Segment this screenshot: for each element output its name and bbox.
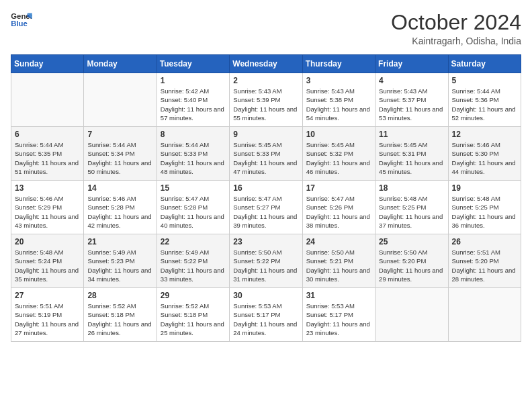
calendar-cell: 17Sunrise: 5:47 AMSunset: 5:26 PMDayligh… [302,181,375,234]
day-detail: Sunrise: 5:52 AMSunset: 5:18 PMDaylight:… [87,302,152,337]
calendar-cell: 31Sunrise: 5:53 AMSunset: 5:17 PMDayligh… [302,288,375,342]
day-detail: Sunrise: 5:51 AMSunset: 5:20 PMDaylight:… [452,248,517,283]
weekday-header: Friday [375,55,448,73]
calendar-cell: 27Sunrise: 5:51 AMSunset: 5:19 PMDayligh… [11,288,84,342]
day-number: 15 [161,183,226,193]
day-number: 26 [452,237,517,246]
weekday-header: Sunday [11,55,84,73]
day-detail: Sunrise: 5:44 AMSunset: 5:35 PMDaylight:… [15,140,80,176]
day-number: 18 [379,183,444,193]
calendar-cell: 26Sunrise: 5:51 AMSunset: 5:20 PMDayligh… [448,234,521,288]
calendar-cell [84,73,157,127]
day-number: 10 [306,130,371,139]
day-number: 25 [379,237,444,246]
day-detail: Sunrise: 5:52 AMSunset: 5:18 PMDaylight:… [161,302,226,337]
logo: General Blue [11,11,32,30]
day-number: 21 [87,237,152,246]
svg-text:Blue: Blue [11,19,28,28]
day-number: 14 [87,183,152,193]
day-number: 5 [452,76,517,85]
calendar-cell: 6Sunrise: 5:44 AMSunset: 5:35 PMDaylight… [11,127,84,181]
day-detail: Sunrise: 5:53 AMSunset: 5:17 PMDaylight:… [233,302,298,337]
day-detail: Sunrise: 5:45 AMSunset: 5:32 PMDaylight:… [306,140,371,176]
calendar-cell: 30Sunrise: 5:53 AMSunset: 5:17 PMDayligh… [230,288,302,342]
day-number: 24 [306,237,371,246]
day-detail: Sunrise: 5:44 AMSunset: 5:36 PMDaylight:… [452,87,517,122]
day-detail: Sunrise: 5:47 AMSunset: 5:27 PMDaylight:… [233,194,298,230]
calendar-table: SundayMondayTuesdayWednesdayThursdayFrid… [11,54,521,342]
calendar-cell: 9Sunrise: 5:45 AMSunset: 5:33 PMDaylight… [230,127,302,181]
calendar-cell: 14Sunrise: 5:46 AMSunset: 5:28 PMDayligh… [84,181,157,234]
day-number: 11 [379,130,444,139]
calendar-week-row: 27Sunrise: 5:51 AMSunset: 5:19 PMDayligh… [11,288,521,342]
day-detail: Sunrise: 5:42 AMSunset: 5:40 PMDaylight:… [161,87,226,122]
day-detail: Sunrise: 5:43 AMSunset: 5:38 PMDaylight:… [306,87,371,122]
calendar-cell: 29Sunrise: 5:52 AMSunset: 5:18 PMDayligh… [157,288,229,342]
calendar-cell: 8Sunrise: 5:44 AMSunset: 5:33 PMDaylight… [157,127,229,181]
day-number: 6 [15,130,80,139]
day-detail: Sunrise: 5:50 AMSunset: 5:21 PMDaylight:… [306,248,371,283]
calendar-week-row: 20Sunrise: 5:48 AMSunset: 5:24 PMDayligh… [11,234,521,288]
day-number: 17 [306,183,371,193]
calendar-cell: 28Sunrise: 5:52 AMSunset: 5:18 PMDayligh… [84,288,157,342]
location-subtitle: Kaintragarh, Odisha, India [391,36,521,46]
logo-icon: General Blue [11,11,32,30]
day-number: 20 [15,237,80,246]
calendar-cell: 4Sunrise: 5:43 AMSunset: 5:37 PMDaylight… [375,73,448,127]
day-number: 29 [161,291,226,300]
calendar-cell: 20Sunrise: 5:48 AMSunset: 5:24 PMDayligh… [11,234,84,288]
day-number: 1 [161,76,226,85]
day-number: 8 [161,130,226,139]
day-detail: Sunrise: 5:44 AMSunset: 5:33 PMDaylight:… [161,140,226,176]
day-detail: Sunrise: 5:48 AMSunset: 5:24 PMDaylight:… [15,248,80,283]
weekday-header: Saturday [448,55,521,73]
day-detail: Sunrise: 5:49 AMSunset: 5:23 PMDaylight:… [87,248,152,283]
calendar-cell: 18Sunrise: 5:48 AMSunset: 5:25 PMDayligh… [375,181,448,234]
day-number: 2 [233,76,298,85]
day-detail: Sunrise: 5:53 AMSunset: 5:17 PMDaylight:… [306,302,371,337]
calendar-cell [11,73,84,127]
calendar-cell: 7Sunrise: 5:44 AMSunset: 5:34 PMDaylight… [84,127,157,181]
day-detail: Sunrise: 5:47 AMSunset: 5:28 PMDaylight:… [161,194,226,230]
calendar-cell: 19Sunrise: 5:48 AMSunset: 5:25 PMDayligh… [448,181,521,234]
calendar-cell: 12Sunrise: 5:46 AMSunset: 5:30 PMDayligh… [448,127,521,181]
weekday-header-row: SundayMondayTuesdayWednesdayThursdayFrid… [11,55,521,73]
calendar-cell [448,288,521,342]
calendar-cell: 10Sunrise: 5:45 AMSunset: 5:32 PMDayligh… [302,127,375,181]
calendar-cell: 15Sunrise: 5:47 AMSunset: 5:28 PMDayligh… [157,181,229,234]
calendar-cell: 21Sunrise: 5:49 AMSunset: 5:23 PMDayligh… [84,234,157,288]
day-number: 4 [379,76,444,85]
day-detail: Sunrise: 5:51 AMSunset: 5:19 PMDaylight:… [15,302,80,337]
calendar-cell: 2Sunrise: 5:43 AMSunset: 5:39 PMDaylight… [230,73,302,127]
day-number: 16 [233,183,298,193]
day-number: 12 [452,130,517,139]
calendar-week-row: 13Sunrise: 5:46 AMSunset: 5:29 PMDayligh… [11,181,521,234]
day-number: 3 [306,76,371,85]
day-number: 28 [87,291,152,300]
day-detail: Sunrise: 5:45 AMSunset: 5:31 PMDaylight:… [379,140,444,176]
day-detail: Sunrise: 5:46 AMSunset: 5:29 PMDaylight:… [15,194,80,230]
page-header: General Blue October 2024 Kaintragarh, O… [11,11,521,46]
calendar-cell: 11Sunrise: 5:45 AMSunset: 5:31 PMDayligh… [375,127,448,181]
day-number: 22 [161,237,226,246]
day-detail: Sunrise: 5:48 AMSunset: 5:25 PMDaylight:… [379,194,444,230]
weekday-header: Wednesday [230,55,302,73]
day-detail: Sunrise: 5:49 AMSunset: 5:22 PMDaylight:… [161,248,226,283]
title-block: October 2024 Kaintragarh, Odisha, India [391,11,521,46]
calendar-week-row: 6Sunrise: 5:44 AMSunset: 5:35 PMDaylight… [11,127,521,181]
day-detail: Sunrise: 5:50 AMSunset: 5:20 PMDaylight:… [379,248,444,283]
day-detail: Sunrise: 5:50 AMSunset: 5:22 PMDaylight:… [233,248,298,283]
calendar-cell: 3Sunrise: 5:43 AMSunset: 5:38 PMDaylight… [302,73,375,127]
calendar-cell: 1Sunrise: 5:42 AMSunset: 5:40 PMDaylight… [157,73,229,127]
day-detail: Sunrise: 5:45 AMSunset: 5:33 PMDaylight:… [233,140,298,176]
day-number: 9 [233,130,298,139]
day-number: 7 [87,130,152,139]
calendar-cell: 13Sunrise: 5:46 AMSunset: 5:29 PMDayligh… [11,181,84,234]
calendar-week-row: 1Sunrise: 5:42 AMSunset: 5:40 PMDaylight… [11,73,521,127]
day-detail: Sunrise: 5:46 AMSunset: 5:28 PMDaylight:… [87,194,152,230]
day-number: 31 [306,291,371,300]
day-detail: Sunrise: 5:48 AMSunset: 5:25 PMDaylight:… [452,194,517,230]
day-detail: Sunrise: 5:43 AMSunset: 5:37 PMDaylight:… [379,87,444,122]
day-detail: Sunrise: 5:47 AMSunset: 5:26 PMDaylight:… [306,194,371,230]
calendar-cell [375,288,448,342]
